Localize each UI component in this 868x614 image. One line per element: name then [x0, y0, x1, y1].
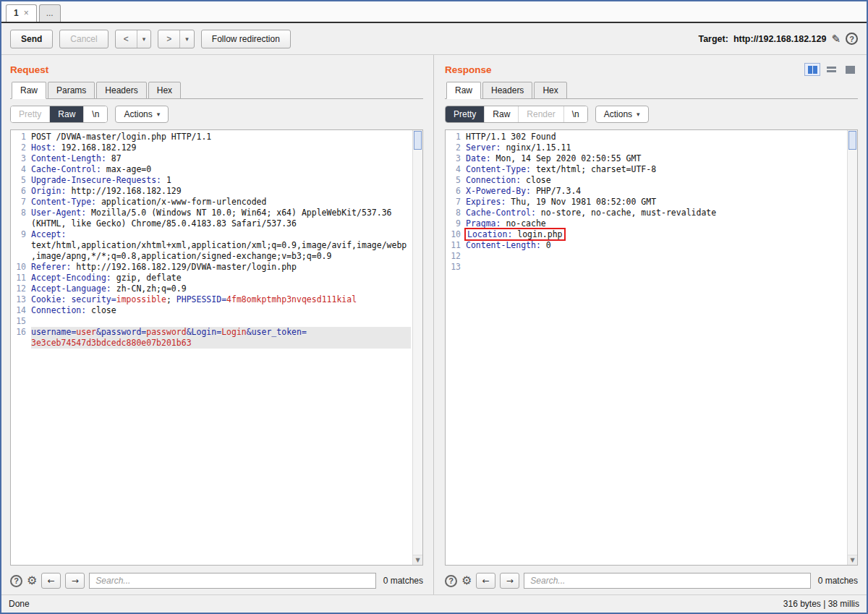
next-request-button[interactable]: > ▾ — [158, 30, 195, 48]
actions-label: Actions — [604, 109, 632, 119]
target-url: http://192.168.182.129 — [733, 34, 827, 44]
editor-line[interactable]: 5Upgrade-Insecure-Requests: 1 — [12, 175, 411, 186]
repeater-tab-more[interactable]: ... — [39, 4, 61, 22]
layout-columns-icon[interactable] — [804, 63, 820, 76]
editor-line[interactable]: 4Content-Type: text/html; charset=UTF-8 — [447, 164, 846, 175]
editor-line[interactable]: 15 — [12, 316, 411, 327]
editor-line[interactable]: 1POST /DVWA-master/login.php HTTP/1.1 — [12, 132, 411, 142]
status-message: Done — [9, 599, 30, 609]
request-tab-hex[interactable]: Hex — [148, 82, 181, 99]
previous-request-button[interactable]: < ▾ — [115, 30, 152, 48]
request-view-n[interactable]: \n — [84, 106, 107, 122]
line-text: Date: Mon, 14 Sep 2020 02:50:55 GMT — [466, 153, 846, 164]
response-tab-hex[interactable]: Hex — [534, 82, 566, 99]
forward-arrow-icon[interactable]: > — [158, 30, 179, 48]
line-number: 7 — [447, 197, 466, 208]
response-view-n[interactable]: \n — [564, 106, 587, 122]
editor-line[interactable]: 6Origin: http://192.168.182.129 — [12, 186, 411, 197]
editor-line[interactable]: 12Accept-Language: zh-CN,zh;q=0.9 — [12, 283, 411, 294]
follow-redirection-button[interactable]: Follow redirection — [201, 30, 291, 48]
editor-line[interactable]: 3Content-Length: 87 — [12, 153, 411, 164]
response-editor[interactable]: 1HTTP/1.1 302 Found2Server: nginx/1.15.1… — [445, 129, 858, 566]
repeater-tab-1[interactable]: 1 × — [6, 4, 37, 22]
editor-line[interactable]: 4Cache-Control: max-age=0 — [12, 164, 411, 175]
scroll-down-icon[interactable]: ▼ — [413, 555, 422, 565]
editor-line[interactable]: 5Connection: close — [447, 175, 846, 186]
editor-line[interactable]: 16username=user&password=password&Login=… — [12, 327, 411, 349]
response-view-render: Render — [519, 106, 563, 122]
editor-line[interactable]: 1HTTP/1.1 302 Found — [447, 132, 846, 142]
editor-line[interactable]: 2Server: nginx/1.15.11 — [447, 142, 846, 153]
request-tab-headers[interactable]: Headers — [96, 82, 146, 99]
editor-line[interactable]: 3Date: Mon, 14 Sep 2020 02:50:55 GMT — [447, 153, 846, 164]
search-settings-icon[interactable]: ⚙ — [27, 575, 37, 587]
response-view-pretty[interactable]: Pretty — [446, 106, 485, 122]
line-number: 10 — [447, 229, 466, 240]
editor-line[interactable]: 8Cache-Control: no-store, no-cache, must… — [447, 208, 846, 218]
editor-line[interactable]: 13 — [447, 262, 846, 273]
line-text: POST /DVWA-master/login.php HTTP/1.1 — [31, 132, 411, 142]
request-view-switcher: PrettyRaw\n — [10, 106, 108, 123]
layout-switcher — [804, 63, 858, 76]
search-help-icon[interactable]: ? — [10, 575, 22, 587]
request-editor[interactable]: 1POST /DVWA-master/login.php HTTP/1.12Ho… — [10, 129, 423, 566]
search-next-button[interactable]: → — [65, 573, 85, 589]
editor-line[interactable]: 9Accept: text/html,application/xhtml+xml… — [12, 229, 411, 262]
cancel-button[interactable]: Cancel — [59, 30, 108, 48]
search-prev-button[interactable]: ← — [41, 573, 61, 589]
back-arrow-icon[interactable]: < — [116, 30, 137, 48]
editor-line[interactable]: 7Expires: Thu, 19 Nov 1981 08:52:00 GMT — [447, 197, 846, 208]
response-tab-raw[interactable]: Raw — [446, 82, 481, 99]
request-search-bar: ? ⚙ ← → 0 matches — [10, 571, 423, 590]
request-scrollbar[interactable]: ▼ — [412, 130, 422, 565]
send-button[interactable]: Send — [10, 30, 53, 48]
help-icon[interactable]: ? — [846, 33, 858, 45]
response-scrollbar[interactable]: ▼ — [847, 130, 857, 565]
response-metrics: 316 bytes | 38 millis — [783, 599, 859, 609]
repeater-toolbar: Send Cancel < ▾ > ▾ Follow redirection T… — [1, 23, 867, 55]
back-dropdown-icon[interactable]: ▾ — [137, 30, 151, 48]
request-tab-raw[interactable]: Raw — [12, 82, 46, 99]
close-tab-icon[interactable]: × — [24, 8, 29, 18]
editor-line[interactable]: 10Referer: http://192.168.182.129/DVWA-m… — [12, 262, 411, 273]
request-actions-button[interactable]: Actions ▾ — [115, 106, 169, 123]
layout-rows-icon[interactable] — [823, 63, 839, 76]
scrollbar-thumb[interactable] — [848, 131, 856, 150]
request-view-raw[interactable]: Raw — [50, 106, 84, 122]
editor-line[interactable]: 12 — [447, 251, 846, 262]
line-number: 5 — [447, 175, 466, 186]
scrollbar-thumb[interactable] — [414, 131, 422, 150]
editor-line[interactable]: 11Accept-Encoding: gzip, deflate — [12, 273, 411, 283]
search-prev-button[interactable]: ← — [476, 573, 495, 589]
editor-line[interactable]: 7Content-Type: application/x-www-form-ur… — [12, 197, 411, 208]
line-number: 15 — [12, 316, 31, 327]
forward-dropdown-icon[interactable]: ▾ — [179, 30, 194, 48]
request-tab-params[interactable]: Params — [48, 82, 95, 99]
response-search-input[interactable] — [524, 573, 810, 589]
line-number: 9 — [12, 229, 31, 262]
editor-line[interactable]: 2Host: 192.168.182.129 — [12, 142, 411, 153]
line-text: Cache-Control: max-age=0 — [31, 164, 411, 175]
search-settings-icon[interactable]: ⚙ — [461, 575, 472, 587]
editor-line[interactable]: 6X-Powered-By: PHP/7.3.4 — [447, 186, 846, 197]
request-search-input[interactable] — [89, 573, 375, 589]
line-number: 5 — [12, 175, 31, 186]
editor-line[interactable]: 14Connection: close — [12, 305, 411, 316]
response-tab-headers[interactable]: Headers — [482, 82, 532, 99]
editor-line[interactable]: 13Cookie: security=impossible; PHPSESSID… — [12, 294, 411, 305]
scroll-down-icon[interactable]: ▼ — [848, 555, 857, 565]
layout-single-icon[interactable] — [842, 63, 858, 76]
response-actions-button[interactable]: Actions ▾ — [595, 106, 649, 123]
edit-target-icon[interactable]: ✎ — [831, 33, 841, 46]
editor-line[interactable]: 10Location: login.php — [447, 229, 846, 240]
response-search-matches: 0 matches — [818, 576, 858, 586]
response-view-raw[interactable]: Raw — [485, 106, 519, 122]
response-view-switcher: PrettyRawRender\n — [445, 106, 588, 123]
editor-line[interactable]: 8User-Agent: Mozilla/5.0 (Windows NT 10.… — [12, 208, 411, 229]
request-view-pretty: Pretty — [11, 106, 50, 122]
editor-line[interactable]: 11Content-Length: 0 — [447, 240, 846, 251]
search-help-icon[interactable]: ? — [445, 575, 457, 587]
line-text: Content-Type: text/html; charset=UTF-8 — [466, 164, 846, 175]
line-text — [466, 251, 846, 262]
search-next-button[interactable]: → — [500, 573, 519, 589]
